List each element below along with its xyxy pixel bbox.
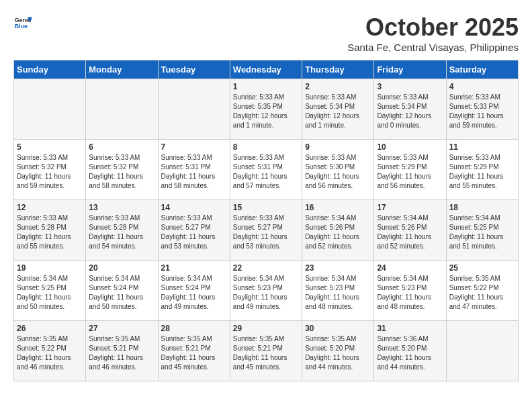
day-info: Sunrise: 5:34 AM Sunset: 5:26 PM Dayligh…	[377, 214, 443, 251]
day-info: Sunrise: 5:34 AM Sunset: 5:24 PM Dayligh…	[161, 274, 227, 312]
calendar-cell: 25Sunrise: 5:35 AM Sunset: 5:22 PM Dayli…	[446, 261, 518, 321]
day-number: 7	[161, 142, 227, 152]
calendar-cell: 9Sunrise: 5:33 AM Sunset: 5:30 PM Daylig…	[302, 140, 374, 200]
calendar-cell: 1Sunrise: 5:33 AM Sunset: 5:35 PM Daylig…	[230, 79, 302, 140]
day-info: Sunrise: 5:34 AM Sunset: 5:25 PM Dayligh…	[449, 214, 515, 251]
day-number: 21	[161, 263, 227, 273]
day-number: 26	[17, 324, 83, 333]
calendar-cell: 8Sunrise: 5:33 AM Sunset: 5:31 PM Daylig…	[230, 140, 302, 200]
svg-text:Blue: Blue	[14, 23, 28, 30]
weekday-header-tuesday: Tuesday	[158, 60, 230, 79]
day-info: Sunrise: 5:34 AM Sunset: 5:26 PM Dayligh…	[305, 214, 371, 251]
calendar-cell	[158, 79, 230, 140]
day-info: Sunrise: 5:34 AM Sunset: 5:25 PM Dayligh…	[17, 274, 83, 312]
day-number: 22	[233, 263, 299, 273]
day-number: 16	[305, 203, 371, 212]
calendar-cell: 14Sunrise: 5:33 AM Sunset: 5:27 PM Dayli…	[158, 200, 230, 261]
calendar-cell	[14, 79, 86, 140]
calendar-cell: 3Sunrise: 5:33 AM Sunset: 5:34 PM Daylig…	[374, 79, 446, 140]
calendar-cell: 30Sunrise: 5:35 AM Sunset: 5:20 PM Dayli…	[302, 321, 374, 381]
calendar-cell: 4Sunrise: 5:33 AM Sunset: 5:33 PM Daylig…	[446, 79, 518, 140]
day-info: Sunrise: 5:36 AM Sunset: 5:20 PM Dayligh…	[377, 334, 443, 372]
calendar-cell: 5Sunrise: 5:33 AM Sunset: 5:32 PM Daylig…	[14, 140, 86, 200]
day-info: Sunrise: 5:34 AM Sunset: 5:23 PM Dayligh…	[377, 274, 443, 312]
title-area: October 2025 Santa Fe, Central Visayas, …	[347, 13, 519, 53]
day-info: Sunrise: 5:33 AM Sunset: 5:29 PM Dayligh…	[377, 153, 443, 191]
calendar-cell: 21Sunrise: 5:34 AM Sunset: 5:24 PM Dayli…	[158, 261, 230, 321]
calendar-cell: 2Sunrise: 5:33 AM Sunset: 5:34 PM Daylig…	[302, 79, 374, 140]
calendar-cell	[446, 321, 518, 381]
day-info: Sunrise: 5:33 AM Sunset: 5:31 PM Dayligh…	[233, 153, 299, 191]
day-info: Sunrise: 5:33 AM Sunset: 5:31 PM Dayligh…	[161, 153, 227, 191]
day-number: 17	[377, 203, 443, 212]
day-info: Sunrise: 5:35 AM Sunset: 5:20 PM Dayligh…	[305, 334, 371, 372]
day-info: Sunrise: 5:34 AM Sunset: 5:23 PM Dayligh…	[305, 274, 371, 312]
day-info: Sunrise: 5:33 AM Sunset: 5:32 PM Dayligh…	[89, 153, 154, 191]
day-number: 27	[89, 324, 154, 333]
day-info: Sunrise: 5:35 AM Sunset: 5:21 PM Dayligh…	[233, 334, 299, 372]
weekday-header-friday: Friday	[374, 60, 446, 79]
day-info: Sunrise: 5:33 AM Sunset: 5:28 PM Dayligh…	[89, 214, 154, 251]
calendar-cell: 13Sunrise: 5:33 AM Sunset: 5:28 PM Dayli…	[86, 200, 158, 261]
day-info: Sunrise: 5:33 AM Sunset: 5:28 PM Dayligh…	[17, 214, 83, 251]
calendar-week-5: 26Sunrise: 5:35 AM Sunset: 5:22 PM Dayli…	[14, 321, 519, 381]
day-number: 24	[377, 263, 443, 273]
calendar-week-4: 19Sunrise: 5:34 AM Sunset: 5:25 PM Dayli…	[14, 261, 519, 321]
day-number: 23	[305, 263, 371, 273]
day-number: 13	[89, 203, 154, 212]
day-number: 1	[233, 82, 299, 91]
day-number: 2	[305, 82, 371, 91]
calendar-week-3: 12Sunrise: 5:33 AM Sunset: 5:28 PM Dayli…	[14, 200, 519, 261]
logo-icon: General Blue	[13, 13, 32, 32]
day-number: 31	[377, 324, 443, 333]
weekday-header-sunday: Sunday	[14, 60, 86, 79]
day-number: 11	[449, 142, 515, 152]
calendar-cell: 28Sunrise: 5:35 AM Sunset: 5:21 PM Dayli…	[158, 321, 230, 381]
day-info: Sunrise: 5:33 AM Sunset: 5:33 PM Dayligh…	[449, 93, 515, 130]
calendar-table: SundayMondayTuesdayWednesdayThursdayFrid…	[13, 60, 519, 381]
day-info: Sunrise: 5:33 AM Sunset: 5:34 PM Dayligh…	[377, 93, 443, 130]
calendar-cell: 10Sunrise: 5:33 AM Sunset: 5:29 PM Dayli…	[374, 140, 446, 200]
day-number: 29	[233, 324, 299, 333]
day-number: 8	[233, 142, 299, 152]
weekday-header-thursday: Thursday	[302, 60, 374, 79]
calendar-cell: 26Sunrise: 5:35 AM Sunset: 5:22 PM Dayli…	[14, 321, 86, 381]
calendar-cell: 19Sunrise: 5:34 AM Sunset: 5:25 PM Dayli…	[14, 261, 86, 321]
calendar-body: 1Sunrise: 5:33 AM Sunset: 5:35 PM Daylig…	[14, 79, 519, 381]
calendar-cell: 29Sunrise: 5:35 AM Sunset: 5:21 PM Dayli…	[230, 321, 302, 381]
day-number: 14	[161, 203, 227, 212]
calendar-cell: 18Sunrise: 5:34 AM Sunset: 5:25 PM Dayli…	[446, 200, 518, 261]
calendar-week-2: 5Sunrise: 5:33 AM Sunset: 5:32 PM Daylig…	[14, 140, 519, 200]
day-info: Sunrise: 5:35 AM Sunset: 5:21 PM Dayligh…	[161, 334, 227, 372]
calendar-cell: 7Sunrise: 5:33 AM Sunset: 5:31 PM Daylig…	[158, 140, 230, 200]
calendar-cell: 16Sunrise: 5:34 AM Sunset: 5:26 PM Dayli…	[302, 200, 374, 261]
logo: General Blue	[13, 13, 32, 32]
day-number: 25	[449, 263, 515, 273]
day-info: Sunrise: 5:34 AM Sunset: 5:24 PM Dayligh…	[89, 274, 154, 312]
day-number: 10	[377, 142, 443, 152]
day-number: 28	[161, 324, 227, 333]
weekday-row: SundayMondayTuesdayWednesdayThursdayFrid…	[14, 60, 519, 79]
day-number: 20	[89, 263, 154, 273]
calendar-cell: 22Sunrise: 5:34 AM Sunset: 5:23 PM Dayli…	[230, 261, 302, 321]
calendar-cell: 11Sunrise: 5:33 AM Sunset: 5:29 PM Dayli…	[446, 140, 518, 200]
day-number: 15	[233, 203, 299, 212]
weekday-header-monday: Monday	[86, 60, 158, 79]
day-number: 4	[449, 82, 515, 91]
day-number: 3	[377, 82, 443, 91]
day-info: Sunrise: 5:35 AM Sunset: 5:21 PM Dayligh…	[89, 334, 154, 372]
day-info: Sunrise: 5:33 AM Sunset: 5:34 PM Dayligh…	[305, 93, 371, 130]
calendar-cell: 27Sunrise: 5:35 AM Sunset: 5:21 PM Dayli…	[86, 321, 158, 381]
day-info: Sunrise: 5:33 AM Sunset: 5:35 PM Dayligh…	[233, 93, 299, 130]
day-info: Sunrise: 5:33 AM Sunset: 5:27 PM Dayligh…	[233, 214, 299, 251]
day-info: Sunrise: 5:35 AM Sunset: 5:22 PM Dayligh…	[17, 334, 83, 372]
day-info: Sunrise: 5:33 AM Sunset: 5:27 PM Dayligh…	[161, 214, 227, 251]
day-info: Sunrise: 5:33 AM Sunset: 5:32 PM Dayligh…	[17, 153, 83, 191]
day-info: Sunrise: 5:35 AM Sunset: 5:22 PM Dayligh…	[449, 274, 515, 312]
day-info: Sunrise: 5:34 AM Sunset: 5:23 PM Dayligh…	[233, 274, 299, 312]
calendar-cell: 12Sunrise: 5:33 AM Sunset: 5:28 PM Dayli…	[14, 200, 86, 261]
calendar-cell: 31Sunrise: 5:36 AM Sunset: 5:20 PM Dayli…	[374, 321, 446, 381]
calendar-cell: 24Sunrise: 5:34 AM Sunset: 5:23 PM Dayli…	[374, 261, 446, 321]
day-number: 18	[449, 203, 515, 212]
month-title: October 2025	[347, 13, 519, 42]
